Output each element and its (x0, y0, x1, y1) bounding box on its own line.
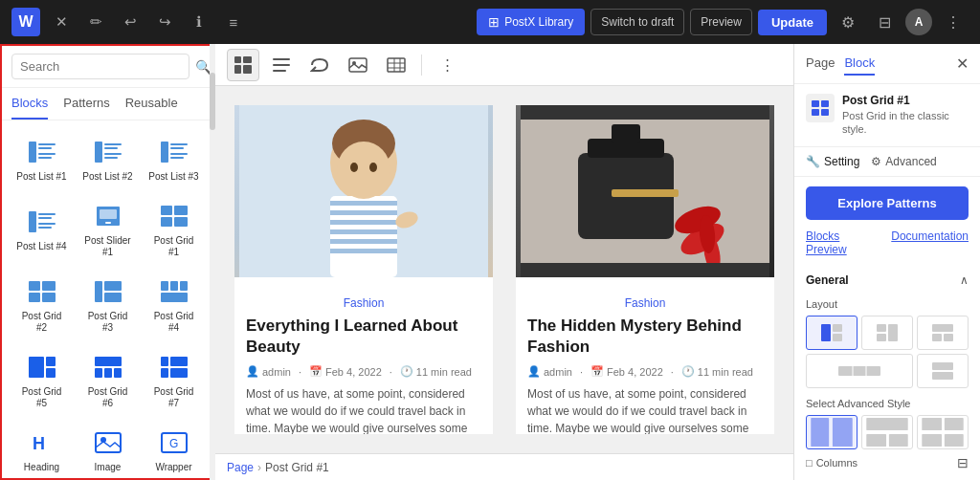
post-meta-1: 👤 admin · 📅 Feb 4, 2022 · 🕐 1 (246, 365, 481, 378)
layout-opt-1[interactable] (806, 316, 858, 350)
layout-opt-5[interactable] (917, 354, 969, 388)
svg-rect-3 (38, 153, 56, 155)
redo-icon[interactable]: ↪ (151, 9, 178, 35)
search-input[interactable] (11, 54, 189, 79)
block-post-list-4[interactable]: Post List #4 (11, 194, 72, 264)
left-sidebar-scrollbar[interactable] (210, 44, 215, 480)
block-post-grid-1[interactable]: Post Grid #1 (144, 194, 204, 264)
update-button[interactable]: Update (758, 10, 827, 35)
block-label-post-list-3: Post List #3 (148, 171, 198, 183)
block-post-list-2[interactable]: Post List #2 (78, 130, 138, 188)
block-label-post-grid-1: Post Grid #1 (147, 235, 200, 258)
left-sidebar-wrapper: 🔍 Blocks Patterns Reusable Post List #1 (0, 44, 215, 480)
canvas-tool-align[interactable] (265, 49, 298, 81)
block-wrapper[interactable]: G Wrapper (144, 421, 204, 478)
post-read-time-1: 🕐 11 min read (400, 365, 472, 378)
block-post-list-1[interactable]: Post List #1 (11, 130, 72, 188)
avatar[interactable]: A (905, 9, 932, 35)
canvas-tool-image[interactable] (342, 49, 374, 81)
svg-rect-32 (104, 281, 122, 291)
close-icon[interactable]: ✕ (956, 55, 969, 73)
block-post-list-3[interactable]: Post List #3 (144, 130, 204, 188)
switch-to-draft-button[interactable]: Switch to draft (590, 9, 684, 35)
svg-rect-2 (38, 147, 52, 149)
blocks-grid: Post List #1 Post List #2 Post List #3 (2, 120, 213, 478)
rs-general-section[interactable]: General ∧ (794, 266, 980, 295)
rs-tab-block[interactable]: Block (844, 52, 875, 76)
svg-rect-36 (180, 281, 188, 291)
block-icon-post-grid-7 (157, 353, 191, 382)
block-post-grid-4[interactable]: Post Grid #4 (144, 270, 204, 339)
style-opt-2[interactable] (861, 415, 913, 449)
canvas-tool-grid[interactable] (227, 49, 259, 81)
postx-library-button[interactable]: ⊞ PostX Library (477, 9, 585, 35)
svg-rect-112 (821, 324, 831, 341)
svg-rect-133 (922, 433, 942, 446)
post-excerpt-1: Most of us have, at some point, consider… (246, 385, 481, 434)
svg-rect-91 (330, 239, 397, 244)
block-icon-post-list-2 (91, 138, 125, 166)
svg-rect-9 (104, 157, 118, 159)
canvas-tool-more[interactable]: ⋮ (431, 49, 463, 81)
rs-setting-tab-advanced[interactable]: ⚙ Advanced (871, 147, 936, 176)
post-excerpt-2: Most of us have, at some point, consider… (527, 385, 763, 434)
columns-toggle-icon[interactable]: ⊟ (957, 455, 969, 470)
svg-rect-121 (838, 366, 880, 376)
style-opt-1[interactable] (806, 415, 858, 449)
rs-block-type-icon (806, 94, 835, 122)
breadcrumb: Page › Post Grid #1 (215, 453, 793, 480)
svg-rect-75 (273, 70, 286, 72)
svg-rect-78 (388, 58, 405, 72)
canvas-tool-loop[interactable] (303, 49, 336, 81)
block-image[interactable]: Image (78, 421, 138, 478)
grid-icon: ⊞ (488, 14, 500, 30)
canvas-tool-table[interactable] (380, 49, 412, 81)
post-author-2: 👤 admin (527, 365, 572, 378)
post-card-1: Fashion Everything I Learned About Beaut… (234, 105, 493, 434)
breadcrumb-page[interactable]: Page (227, 461, 254, 474)
svg-rect-43 (104, 368, 112, 378)
layout-opt-4[interactable] (806, 354, 913, 388)
info-icon[interactable]: ℹ (186, 9, 212, 35)
svg-rect-131 (922, 417, 942, 429)
undo-icon[interactable]: ↩ (117, 9, 144, 35)
pencil-icon[interactable]: ✏ (82, 9, 109, 35)
block-post-grid-3[interactable]: Post Grid #3 (78, 270, 138, 339)
layout-opt-2[interactable] (861, 316, 913, 350)
block-post-slider-1[interactable]: Post Slider #1 (78, 194, 138, 264)
svg-rect-129 (866, 433, 886, 446)
documentation-link[interactable]: Documentation (891, 229, 969, 256)
block-heading[interactable]: H Heading (11, 421, 72, 478)
block-post-grid-2[interactable]: Post Grid #2 (11, 270, 72, 339)
block-icon-post-grid-6 (91, 353, 125, 382)
left-sidebar-scroll-thumb[interactable] (210, 73, 215, 130)
block-post-grid-6[interactable]: Post Grid #6 (78, 345, 138, 415)
sidebar-tab-patterns[interactable]: Patterns (63, 88, 109, 120)
explore-patterns-button[interactable]: Explore Patterns (806, 186, 969, 220)
sidebar-tab-blocks[interactable]: Blocks (11, 88, 48, 120)
wp-logo[interactable]: W (11, 8, 40, 36)
block-post-grid-5[interactable]: Post Grid #5 (11, 345, 72, 415)
block-label-image: Image (95, 462, 122, 473)
svg-rect-0 (29, 142, 36, 163)
block-icon-image (91, 428, 125, 457)
svg-rect-25 (161, 217, 172, 227)
post-date-1: 📅 Feb 4, 2022 (309, 365, 382, 378)
settings-icon[interactable]: ⚙ (833, 7, 863, 37)
layout-opt-3[interactable] (917, 316, 969, 350)
more-options-icon[interactable]: ⋮ (938, 7, 969, 37)
rs-setting-tab-setting[interactable]: 🔧 Setting (806, 147, 859, 176)
svg-rect-127 (833, 417, 853, 446)
block-post-grid-7[interactable]: Post Grid #7 (144, 345, 204, 415)
preview-button[interactable]: Preview (690, 9, 752, 35)
sidebar-tab-reusable[interactable]: Reusable (125, 88, 178, 120)
layout-icon[interactable]: ⊟ (869, 7, 900, 37)
top-bar-right: ⊞ PostX Library Switch to draft Preview … (477, 7, 969, 37)
block-icon-heading: H (25, 428, 59, 457)
blocks-preview-link[interactable]: Blocks Preview (806, 229, 880, 256)
style-opt-3[interactable] (917, 415, 969, 449)
list-icon[interactable]: ≡ (220, 9, 247, 35)
rs-tab-page[interactable]: Page (806, 52, 835, 76)
close-icon[interactable]: ✕ (48, 9, 75, 35)
svg-rect-19 (38, 227, 52, 229)
